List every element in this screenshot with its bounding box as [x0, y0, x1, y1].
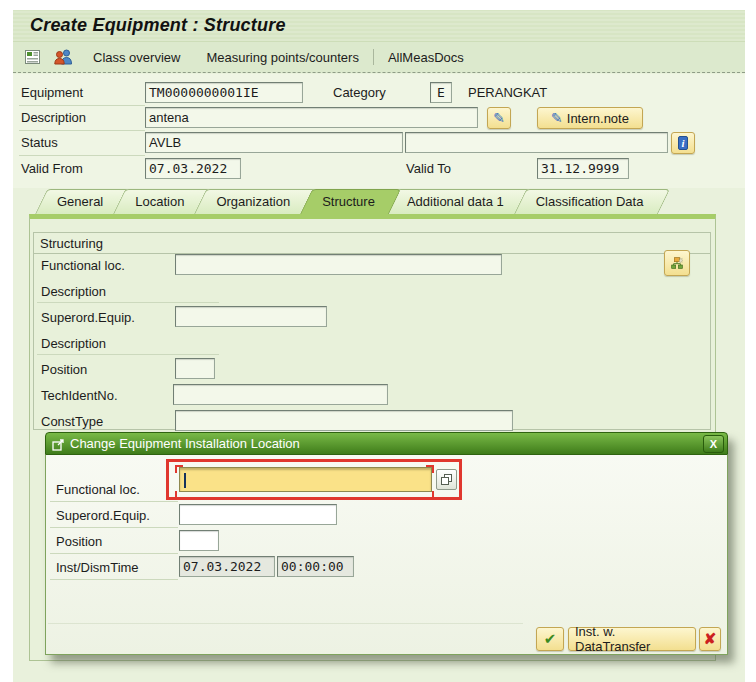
underline [37, 354, 219, 355]
underline [37, 302, 219, 303]
dialog-footer-divider [48, 623, 523, 624]
description-field[interactable]: antena [145, 107, 478, 128]
dialog-functional-loc-label: Functional loc. [56, 480, 140, 500]
status-info-button[interactable]: i [671, 132, 695, 154]
dialog-superord-field[interactable] [179, 504, 337, 525]
status-label: Status [21, 133, 58, 153]
tab-organization[interactable]: Organization [194, 189, 304, 214]
inst-w-datatransfer-label: Inst. w. DataTransfer [575, 624, 689, 654]
tab-additional-data-1[interactable]: Additional data 1 [385, 189, 518, 214]
category-label: Category [333, 83, 386, 103]
page-title: Create Equipment : Structure [30, 15, 286, 36]
description-label-2: Description [41, 334, 106, 354]
underline [50, 527, 178, 528]
hierarchy-icon [671, 254, 683, 272]
tech-ident-field[interactable] [173, 384, 388, 405]
category-field[interactable]: E [430, 82, 452, 103]
tab-classification-data[interactable]: Classification Data [514, 189, 658, 214]
annotation-corner [175, 465, 183, 473]
description-label-1: Description [41, 282, 106, 302]
const-type-field[interactable] [175, 410, 513, 431]
status-text-field[interactable] [405, 132, 668, 153]
tab-location[interactable]: Location [113, 189, 198, 214]
dialog-inst-dism-time-label: Inst/DismTime [56, 558, 139, 578]
cancel-x-icon: ✘ [704, 630, 717, 648]
dialog-position-label: Position [56, 532, 102, 552]
superord-equip-label: Superord.Equip. [41, 308, 135, 328]
info-icon: i [678, 136, 688, 150]
dialog-superord-label: Superord.Equip. [56, 506, 150, 526]
status-field[interactable]: AVLB [145, 132, 403, 153]
sap-window: Create Equipment : Structure Class overv… [13, 10, 745, 682]
superord-equip-field[interactable] [175, 306, 327, 327]
dialog-window-icon [52, 438, 65, 451]
position-label: Position [41, 360, 87, 380]
pencil-icon: ✎ [551, 111, 563, 125]
title-bar: Create Equipment : Structure [13, 10, 745, 42]
row-divider [19, 155, 145, 156]
dialog-confirm-button[interactable]: ✔ [536, 627, 564, 651]
intern-note-label: Intern.note [567, 111, 629, 126]
underline [50, 553, 178, 554]
dialog-inst-time-field[interactable]: 00:00:00 [277, 556, 354, 577]
functional-loc-label: Functional loc. [41, 256, 125, 276]
tab-structure[interactable]: Structure [300, 189, 389, 214]
dialog-close-button[interactable]: X [703, 435, 724, 453]
long-text-button[interactable]: ✎ [487, 107, 511, 129]
valid-from-field[interactable]: 07.03.2022 [145, 158, 241, 179]
structure-hierarchy-button[interactable] [664, 250, 690, 276]
dialog-inst-date-field[interactable]: 07.03.2022 [179, 556, 275, 577]
screen: Create Equipment : Structure Class overv… [0, 0, 756, 682]
annotation-corner [426, 465, 434, 473]
const-type-label: ConstType [41, 412, 103, 432]
class-overview-icon[interactable] [53, 47, 73, 67]
underline [50, 579, 178, 580]
tab-general[interactable]: General [35, 189, 117, 214]
document-icon [25, 50, 42, 65]
position-field[interactable] [175, 358, 215, 379]
inst-w-datatransfer-button[interactable]: Inst. w. DataTransfer [568, 627, 696, 651]
class-overview-button[interactable]: Class overview [85, 47, 188, 68]
change-installation-dialog: Change Equipment Installation Location X… [45, 432, 728, 655]
category-description: PERANGKAT [468, 83, 547, 103]
two-people-icon [54, 49, 73, 65]
valid-to-label: Valid To [406, 159, 451, 179]
structuring-group-title: Structuring [34, 233, 710, 254]
dialog-title: Change Equipment Installation Location [70, 436, 300, 451]
equipment-field[interactable]: TM0000000001IE [145, 82, 303, 103]
functional-loc-field[interactable] [175, 254, 502, 275]
row-divider [19, 130, 145, 131]
annotation-corner [426, 491, 434, 499]
dialog-cancel-button[interactable]: ✘ [699, 627, 721, 651]
application-toolbar: Class overview Measuring points/counters… [13, 42, 745, 73]
underline [50, 501, 178, 502]
valid-to-field[interactable]: 31.12.9999 [537, 158, 629, 179]
equipment-label: Equipment [21, 83, 83, 103]
tech-ident-label: TechIdentNo. [41, 386, 118, 406]
row-divider [19, 105, 145, 106]
intern-note-button[interactable]: ✎ Intern.note [537, 107, 643, 129]
dialog-position-field[interactable] [179, 530, 219, 551]
pencil-icon: ✎ [493, 111, 505, 125]
check-icon: ✔ [544, 630, 557, 648]
annotation-corner [175, 491, 183, 499]
valid-from-label: Valid From [21, 159, 83, 179]
description-label: Description [21, 108, 86, 128]
dialog-title-bar[interactable]: Change Equipment Installation Location X [45, 432, 728, 455]
all-meas-docs-button[interactable]: AllMeasDocs [380, 47, 472, 68]
measuring-points-button[interactable]: Measuring points/counters [198, 47, 366, 68]
toolbar-separator [373, 49, 374, 65]
dialog-body: Functional loc. Superord.Equip. Position [45, 455, 728, 655]
tab-strip: General Location Organization Structure … [35, 188, 653, 214]
annotation-highlight-box [166, 459, 462, 500]
equipment-header-form: Equipment TM0000000001IE Category E PERA… [13, 74, 745, 188]
services-for-object-icon[interactable] [23, 47, 43, 67]
